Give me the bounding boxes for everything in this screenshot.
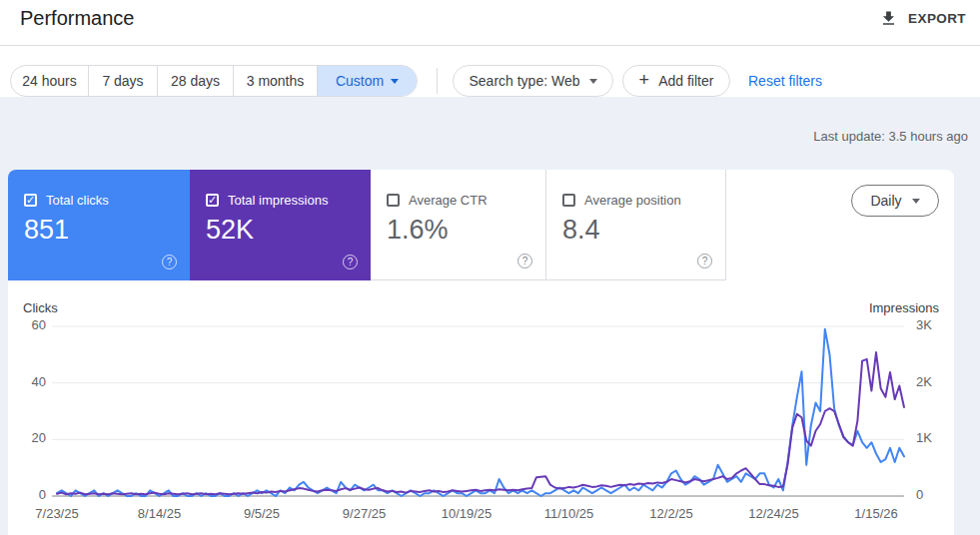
checkmark-icon: ✓: [26, 195, 35, 206]
reset-filters-link[interactable]: Reset filters: [748, 65, 822, 97]
date-range-3-months[interactable]: 3 months: [233, 66, 317, 96]
page-header: Performance EXPORT 24 hours 7 days 28 da…: [0, 0, 980, 97]
download-icon: [879, 9, 898, 28]
chevron-down-icon: [912, 199, 920, 204]
chevron-down-icon: [391, 79, 399, 84]
x-axis-tick: 12/2/25: [635, 506, 707, 521]
filter-bar-divider: [437, 68, 438, 94]
date-range-7-days[interactable]: 7 days: [88, 66, 157, 96]
left-axis-tick: 0: [8, 487, 46, 502]
granularity-label: Daily: [870, 193, 901, 209]
help-icon[interactable]: ?: [343, 255, 358, 269]
left-axis-tick: 60: [8, 317, 46, 332]
performance-card: ✓ Total clicks 851 ? ✓ Total impressions…: [8, 170, 954, 535]
right-axis-tick: 1K: [916, 430, 932, 445]
export-button[interactable]: EXPORT: [879, 5, 966, 31]
right-axis-tick: 2K: [916, 374, 932, 389]
tile-label: Average CTR: [409, 193, 488, 208]
help-icon[interactable]: ?: [697, 254, 712, 268]
total-impressions-value: 52K: [206, 215, 355, 246]
x-axis-tick: 1/15/26: [840, 506, 912, 521]
total-impressions-tile[interactable]: ✓ Total impressions 52K ?: [190, 170, 371, 280]
help-icon[interactable]: ?: [517, 254, 532, 268]
total-clicks-tile[interactable]: ✓ Total clicks 851 ?: [8, 170, 190, 280]
date-range-custom-label: Custom: [336, 73, 384, 89]
page-title: Performance: [20, 7, 135, 30]
total-impressions-checkbox[interactable]: ✓: [206, 194, 219, 207]
chart-canvas[interactable]: [8, 280, 954, 535]
help-icon[interactable]: ?: [162, 255, 177, 269]
chevron-down-icon: [589, 79, 597, 84]
granularity-dropdown[interactable]: Daily: [851, 185, 939, 217]
checkmark-icon: ✓: [208, 195, 217, 206]
search-type-label: Search type: Web: [469, 73, 579, 89]
x-axis-tick: 9/27/25: [329, 506, 401, 521]
date-range-segmented-control: 24 hours 7 days 28 days 3 months Custom: [10, 65, 418, 97]
left-axis-tick: 20: [8, 430, 46, 445]
right-axis-tick: 0: [916, 487, 923, 502]
date-range-28-days[interactable]: 28 days: [157, 66, 233, 96]
series-total-impressions: [57, 352, 904, 494]
date-range-24-hours[interactable]: 24 hours: [11, 66, 88, 96]
left-axis-tick: 40: [8, 374, 46, 389]
add-filter-label: Add filter: [658, 73, 713, 89]
average-position-tile[interactable]: Average position 8.4 ?: [546, 170, 726, 280]
tile-label: Average position: [584, 193, 681, 208]
date-range-custom[interactable]: Custom: [317, 66, 417, 96]
x-axis-tick: 8/14/25: [124, 506, 196, 521]
x-axis-tick: 10/19/25: [431, 506, 502, 521]
plus-icon: +: [639, 71, 650, 89]
x-axis-tick: 7/23/25: [21, 506, 93, 521]
average-ctr-tile[interactable]: Average CTR 1.6% ?: [371, 170, 546, 280]
search-console-performance-page: { "header": { "title": "Performance", "e…: [0, 0, 980, 535]
total-clicks-value: 851: [24, 215, 174, 246]
average-ctr-value: 1.6%: [387, 215, 529, 246]
right-axis-tick: 3K: [916, 317, 932, 332]
header-divider: [0, 45, 980, 46]
average-position-value: 8.4: [562, 215, 709, 246]
tile-label: Total impressions: [228, 193, 328, 208]
average-position-checkbox[interactable]: [562, 194, 575, 207]
x-axis-tick: 11/10/25: [533, 506, 605, 521]
total-clicks-checkbox[interactable]: ✓: [24, 194, 37, 207]
x-axis-tick: 12/24/25: [738, 506, 810, 521]
performance-chart: Clicks Impressions 020406001K2K3K7/23/25…: [8, 280, 954, 535]
tile-label: Total clicks: [46, 193, 109, 208]
series-total-clicks: [57, 329, 904, 496]
search-type-dropdown[interactable]: Search type: Web: [453, 65, 613, 97]
metric-tiles-row: ✓ Total clicks 851 ? ✓ Total impressions…: [8, 170, 954, 280]
x-axis-tick: 9/5/25: [226, 506, 298, 521]
last-update-text: Last update: 3.5 hours ago: [813, 129, 968, 144]
export-label: EXPORT: [908, 11, 966, 26]
average-ctr-checkbox[interactable]: [387, 194, 400, 207]
add-filter-button[interactable]: + Add filter: [622, 65, 730, 97]
